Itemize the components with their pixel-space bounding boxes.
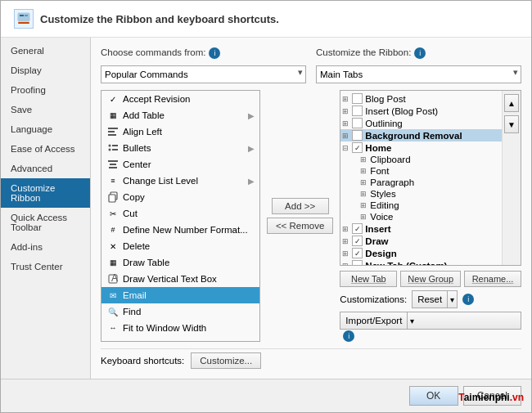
nav-customize-ribbon[interactable]: Customize Ribbon [1, 178, 90, 208]
remove-button[interactable]: << Remove [267, 218, 333, 234]
list-item-font[interactable]: A Font [101, 336, 259, 341]
expand-blog-post: ⊞ [342, 95, 352, 103]
customize-ribbon-info-icon[interactable]: i [414, 47, 426, 59]
font-text: Font [123, 339, 255, 341]
customize-keyboard-button[interactable]: Customize... [191, 352, 261, 369]
tree-item-design[interactable]: ⊞ ✓ Design [340, 247, 502, 259]
add-button[interactable]: Add >> [272, 198, 329, 214]
tree-item-editing[interactable]: ⊞ Editing [358, 200, 502, 211]
nav-add-ins[interactable]: Add-ins [1, 237, 90, 257]
change-list-level-icon: ≡ [106, 174, 119, 187]
delete-text: Delete [123, 241, 255, 251]
rename-button[interactable]: Rename... [464, 271, 521, 287]
list-item-change-list-level[interactable]: ≡ Change List Level ▶ [101, 173, 259, 189]
list-item-fit-to-window[interactable]: ↔ Fit to Window Width [101, 320, 259, 336]
tree-item-insert[interactable]: ⊞ ✓ Insert [340, 222, 502, 235]
checkbox-insert-blog-post[interactable] [352, 105, 363, 116]
move-down-button[interactable]: ▼ [504, 115, 519, 133]
commands-list: ✓ Accept Revision ▦ Add Table ▶ [101, 90, 260, 342]
expand-editing: ⊞ [360, 201, 370, 209]
list-item-define-number-format[interactable]: # Define New Number Format... [101, 222, 259, 238]
list-item-accept-revision[interactable]: ✓ Accept Revision [101, 91, 259, 107]
nav-quick-access-toolbar[interactable]: Quick Access Toolbar [1, 208, 90, 237]
list-item-copy[interactable]: Copy [101, 189, 259, 205]
tree-item-new-tab-custom[interactable]: ⊞ New Tab (Custom) [340, 259, 502, 265]
nav-advanced[interactable]: Advanced [1, 159, 90, 178]
customizations-section: Customizations: Reset ▾ i [340, 290, 521, 308]
nav-trust-center[interactable]: Trust Center [1, 257, 90, 276]
nav-language[interactable]: Language [1, 119, 90, 139]
checkbox-new-tab-custom[interactable] [352, 260, 363, 265]
checkbox-background-removal[interactable] [352, 130, 363, 141]
checkbox-outlining[interactable] [352, 118, 363, 128]
list-item-draw-vertical-text-box[interactable]: A Draw Vertical Text Box [101, 271, 259, 287]
list-item-email[interactable]: ✉ Email [101, 287, 259, 303]
tree-item-voice[interactable]: ⊞ Voice [358, 211, 502, 222]
list-item-cut[interactable]: ✂ Cut [101, 205, 259, 222]
list-item-center[interactable]: Center [101, 156, 259, 173]
expand-design: ⊞ [342, 249, 352, 258]
reset-dropdown-arrow[interactable]: ▾ [448, 295, 457, 304]
reset-button-text[interactable]: Reset [413, 291, 448, 308]
customizations-info-icon[interactable]: i [462, 294, 474, 305]
import-export-button-text[interactable]: Import/Export [340, 312, 408, 329]
import-export-dropdown-arrow[interactable]: ▾ [408, 316, 417, 325]
import-export-info-icon[interactable]: i [343, 330, 354, 342]
commands-dropdown-wrapper[interactable]: Popular Commands All Commands Commands N… [101, 65, 306, 83]
checkbox-design[interactable]: ✓ [352, 248, 363, 258]
checkbox-blog-post[interactable] [352, 93, 363, 104]
tree-item-font[interactable]: ⊞ Font [358, 165, 502, 177]
nav-save[interactable]: Save [1, 100, 90, 119]
list-item-delete[interactable]: ✕ Delete [101, 238, 259, 254]
define-number-format-icon: # [106, 223, 119, 236]
dialog-title-bar: Customize the Ribbon and keyboard shortc… [1, 1, 531, 38]
svg-rect-1 [20, 15, 24, 16]
import-export-split-button[interactable]: Import/Export ▾ [340, 312, 521, 330]
ok-button[interactable]: OK [409, 386, 458, 406]
checkbox-insert[interactable]: ✓ [352, 223, 363, 234]
tree-item-draw[interactable]: ⊞ ✓ Draw [340, 235, 502, 247]
find-icon: 🔍 [106, 305, 119, 318]
tree-item-clipboard[interactable]: ⊞ Clipboard [358, 154, 502, 165]
list-item-find[interactable]: 🔍 Find [101, 303, 259, 320]
tree-scroll-area[interactable]: ⊞ Blog Post ⊞ Insert (Blog Post) [340, 91, 502, 265]
label-styles: Styles [370, 189, 395, 199]
commands-dropdown[interactable]: Popular Commands All Commands Commands N… [101, 65, 306, 83]
nav-ease-of-access[interactable]: Ease of Access [1, 139, 90, 159]
tree-item-home[interactable]: ⊟ ✓ Home [340, 141, 502, 154]
customize-ribbon-dialog: Customize the Ribbon and keyboard shortc… [0, 0, 532, 413]
tree-item-outlining[interactable]: ⊞ Outlining [340, 117, 502, 129]
fit-to-window-text: Fit to Window Width [123, 323, 255, 333]
list-item-add-table[interactable]: ▦ Add Table ▶ [101, 107, 259, 123]
checkbox-home[interactable]: ✓ [352, 142, 363, 153]
expand-font: ⊞ [360, 167, 370, 175]
commands-list-scroll[interactable]: ✓ Accept Revision ▦ Add Table ▶ [101, 91, 259, 341]
tree-item-paragraph[interactable]: ⊞ Paragraph [358, 177, 502, 188]
label-new-tab-custom: New Tab (Custom) [365, 261, 447, 266]
reset-split-button[interactable]: Reset ▾ [412, 290, 458, 308]
move-up-button[interactable]: ▲ [504, 94, 519, 112]
tree-item-styles[interactable]: ⊞ Styles [358, 188, 502, 200]
new-tab-button[interactable]: New Tab [340, 271, 397, 287]
checkbox-draw[interactable]: ✓ [352, 236, 363, 246]
ribbon-dropdown[interactable]: Main Tabs Tool Tabs All Tabs [316, 65, 521, 83]
svg-rect-2 [25, 15, 28, 16]
svg-rect-4 [108, 128, 118, 129]
choose-commands-label: Choose commands from: [101, 47, 205, 57]
font-icon: A [106, 338, 119, 341]
tree-item-insert-blog-post[interactable]: ⊞ Insert (Blog Post) [340, 105, 502, 117]
choose-commands-info-icon[interactable]: i [209, 47, 220, 59]
nav-proofing[interactable]: Proofing [1, 80, 90, 100]
accept-revision-icon: ✓ [106, 92, 119, 105]
list-item-draw-table[interactable]: ▦ Draw Table [101, 254, 259, 271]
new-group-button[interactable]: New Group [400, 271, 461, 287]
list-item-bullets[interactable]: Bullets ▶ [101, 140, 259, 156]
tree-item-background-removal[interactable]: ⊞ Background Removal [340, 129, 502, 141]
nav-display[interactable]: Display [1, 61, 90, 80]
label-background-removal: Background Removal [365, 131, 462, 141]
nav-general[interactable]: General [1, 41, 90, 61]
svg-point-9 [109, 149, 111, 151]
tree-item-blog-post[interactable]: ⊞ Blog Post [340, 92, 502, 105]
list-item-align-left[interactable]: Align Left [101, 123, 259, 140]
ribbon-dropdown-wrapper[interactable]: Main Tabs Tool Tabs All Tabs [316, 65, 521, 83]
